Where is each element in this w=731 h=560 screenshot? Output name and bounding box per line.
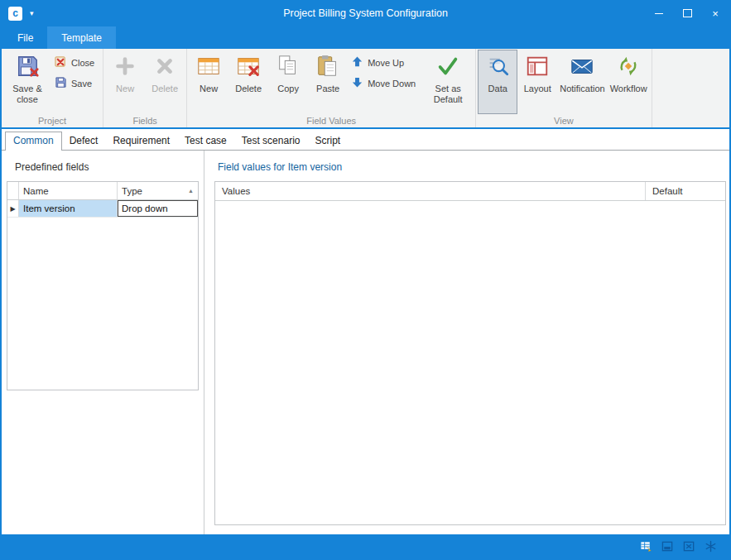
tab-requirement[interactable]: Requirement bbox=[105, 132, 177, 150]
button-label: Delete bbox=[235, 84, 262, 94]
copy-button[interactable]: Copy bbox=[268, 50, 308, 114]
button-label: Save & close bbox=[6, 84, 49, 105]
green-check-icon bbox=[435, 54, 460, 81]
button-label: New bbox=[116, 84, 134, 94]
tab-defect[interactable]: Defect bbox=[62, 132, 106, 150]
ribbon-group-view: Data Layout Notification bbox=[476, 49, 652, 127]
row-indicator-cell: ▶ bbox=[7, 200, 19, 217]
save-icon bbox=[55, 76, 67, 90]
new-value-button[interactable]: New bbox=[189, 50, 228, 114]
column-header-name[interactable]: Name bbox=[19, 182, 118, 199]
save-close-icon bbox=[15, 54, 40, 81]
button-label: Delete bbox=[151, 84, 178, 94]
row-indicator-header bbox=[7, 182, 19, 199]
ribbon-group-fields: New Delete Fields bbox=[103, 49, 187, 127]
copy-icon bbox=[276, 54, 301, 81]
arrow-up-icon bbox=[351, 55, 363, 69]
field-values-caption: Field values for Item version bbox=[218, 161, 729, 173]
save-and-close-button[interactable]: Save & close bbox=[3, 50, 51, 114]
predefined-fields-caption: Predefined fields bbox=[15, 161, 204, 173]
move-down-button[interactable]: Move Down bbox=[348, 75, 422, 91]
move-up-button[interactable]: Move Up bbox=[348, 55, 422, 70]
tab-test-case[interactable]: Test case bbox=[177, 132, 234, 150]
minimize-button[interactable] bbox=[645, 0, 673, 26]
view-notification-button[interactable]: Notification bbox=[557, 50, 607, 114]
statusbar bbox=[2, 534, 729, 558]
new-field-button[interactable]: New bbox=[105, 50, 145, 114]
button-label: Save bbox=[71, 79, 92, 89]
group-caption-view: View bbox=[478, 114, 649, 127]
group-caption-project: Project bbox=[3, 114, 101, 127]
button-label: Close bbox=[71, 58, 94, 68]
grid-header-row: Name Type ▲ bbox=[7, 182, 198, 200]
button-label: Layout bbox=[524, 84, 551, 94]
paste-icon bbox=[315, 54, 340, 81]
field-values-panel: Field values for Item version Values Def… bbox=[204, 151, 729, 534]
delete-table-icon bbox=[236, 54, 261, 81]
close-button[interactable]: × bbox=[701, 0, 729, 26]
arrow-down-icon bbox=[351, 76, 363, 90]
ribbon-tab-template[interactable]: Template bbox=[47, 26, 116, 49]
app-logo-icon[interactable]: c bbox=[8, 7, 22, 21]
edit-grid-status-icon[interactable] bbox=[639, 539, 653, 553]
ribbon-group-project: Save & close Close Save bbox=[2, 49, 103, 127]
window-controls: × bbox=[645, 0, 729, 26]
maximize-icon bbox=[683, 9, 692, 17]
minimize-icon bbox=[655, 12, 663, 14]
close-panel-status-icon[interactable] bbox=[682, 539, 696, 553]
set-as-default-button[interactable]: Set as Default bbox=[422, 50, 474, 114]
table-row[interactable]: ▶ Item version Drop down bbox=[7, 200, 198, 218]
column-header-type[interactable]: Type ▲ bbox=[118, 182, 198, 199]
grid-empty-area bbox=[215, 201, 725, 524]
button-label: New bbox=[200, 84, 218, 94]
window-title: Project Billing System Configuration bbox=[2, 7, 729, 19]
column-header-default[interactable]: Default bbox=[646, 182, 725, 200]
ribbon-group-field-values: New Delete Copy bbox=[187, 49, 476, 127]
group-caption-field-values: Field Values bbox=[189, 114, 474, 127]
cell-field-name[interactable]: Item version bbox=[19, 200, 118, 217]
tab-script[interactable]: Script bbox=[307, 132, 348, 150]
button-label: Move Up bbox=[368, 58, 404, 68]
ribbon-tab-file[interactable]: File bbox=[3, 26, 47, 49]
app-window: c ▾ Project Billing System Configuration… bbox=[0, 0, 731, 560]
ribbon: Save & close Close Save bbox=[2, 49, 729, 129]
field-values-grid: Values Default bbox=[214, 181, 726, 525]
sort-ascending-icon: ▲ bbox=[188, 188, 194, 194]
titlebar: c ▾ Project Billing System Configuration… bbox=[2, 0, 729, 26]
maximize-button[interactable] bbox=[673, 0, 701, 26]
delete-value-button[interactable]: Delete bbox=[228, 50, 268, 114]
plus-disabled-icon bbox=[113, 54, 137, 81]
dock-panel-status-icon[interactable] bbox=[661, 539, 675, 553]
new-table-icon bbox=[196, 54, 221, 81]
button-label: Move Down bbox=[368, 79, 416, 89]
group-caption-fields: Fields bbox=[105, 114, 185, 127]
data-search-icon bbox=[485, 54, 510, 81]
theme-snowflake-status-icon[interactable] bbox=[704, 539, 718, 553]
predefined-fields-panel: Predefined fields Name Type ▲ ▶ Item ver… bbox=[2, 151, 204, 534]
content-area: Predefined fields Name Type ▲ ▶ Item ver… bbox=[2, 151, 729, 534]
delete-field-button[interactable]: Delete bbox=[145, 50, 185, 114]
view-data-button[interactable]: Data bbox=[478, 50, 517, 114]
page-tabs: Common Defect Requirement Test case Test… bbox=[2, 129, 729, 151]
close-template-button[interactable]: Close bbox=[51, 55, 101, 70]
tab-common[interactable]: Common bbox=[5, 132, 62, 151]
cross-disabled-icon bbox=[152, 54, 177, 81]
button-label: Paste bbox=[316, 84, 339, 94]
layout-icon bbox=[525, 54, 550, 81]
cell-field-type[interactable]: Drop down bbox=[118, 200, 198, 217]
view-workflow-button[interactable]: Workflow bbox=[608, 50, 650, 114]
button-label: Workflow bbox=[610, 84, 647, 94]
grid-header-row: Values Default bbox=[215, 182, 725, 201]
save-button[interactable]: Save bbox=[51, 75, 101, 91]
view-layout-button[interactable]: Layout bbox=[517, 50, 557, 114]
quick-access-chevron-icon[interactable]: ▾ bbox=[30, 9, 34, 17]
grid-empty-area bbox=[7, 218, 198, 390]
workflow-icon bbox=[616, 54, 641, 81]
button-label: Notification bbox=[560, 84, 604, 94]
tab-test-scenario[interactable]: Test scenario bbox=[234, 132, 308, 150]
close-red-icon bbox=[55, 55, 67, 69]
button-label: Copy bbox=[277, 84, 299, 94]
predefined-fields-grid: Name Type ▲ ▶ Item version Drop down bbox=[7, 181, 199, 390]
paste-button[interactable]: Paste bbox=[308, 50, 348, 114]
column-header-values[interactable]: Values bbox=[215, 182, 646, 200]
